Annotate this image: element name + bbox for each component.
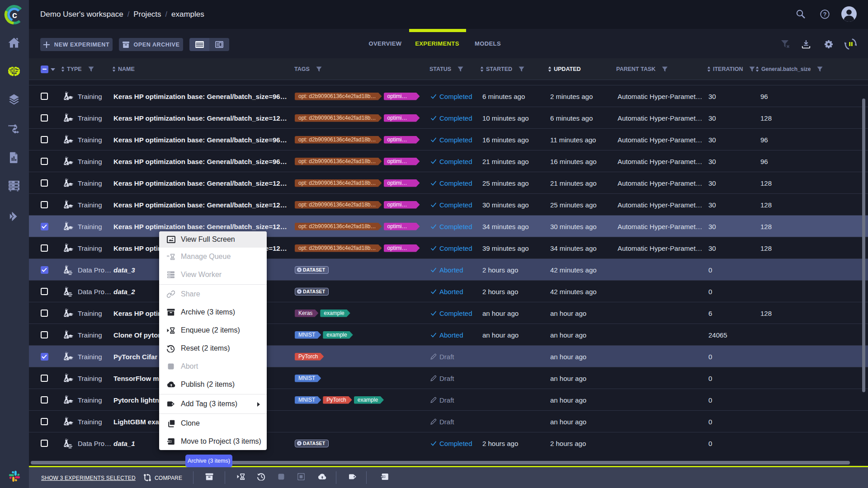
svg-text:?: ? (823, 11, 827, 18)
svg-text:c: c (12, 10, 17, 20)
